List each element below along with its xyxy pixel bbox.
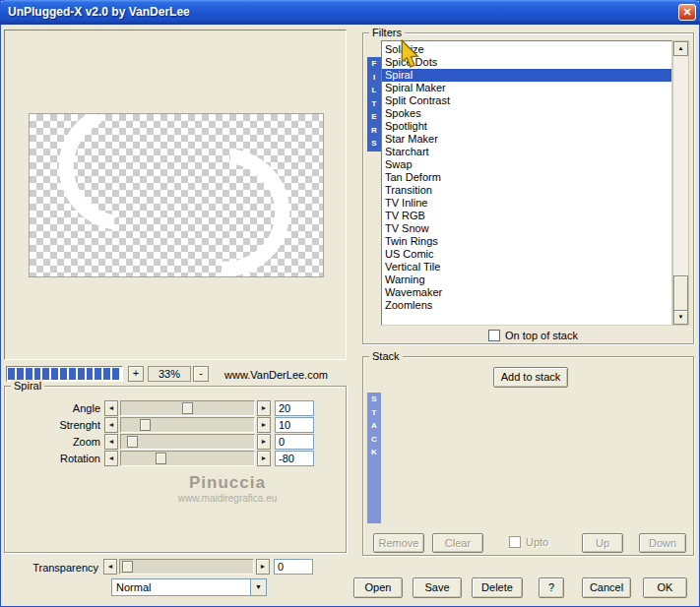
filter-list[interactable]: SolarizeSpice DotsSpiralSpiral MakerSpli… bbox=[381, 40, 672, 326]
filter-list-item[interactable]: Spokes bbox=[382, 107, 671, 120]
spiral-preview-shapes bbox=[30, 114, 323, 276]
save-button[interactable]: Save bbox=[413, 577, 462, 598]
slider-row: Rotation◄► bbox=[5, 451, 346, 466]
open-button[interactable]: Open bbox=[353, 577, 403, 598]
progress-segment bbox=[51, 368, 58, 380]
zoom-level: 33% bbox=[148, 366, 191, 382]
scrollbar-thumb[interactable] bbox=[673, 275, 688, 311]
zoom-out-button[interactable]: - bbox=[193, 366, 209, 382]
add-to-stack-button[interactable]: Add to stack bbox=[493, 367, 568, 388]
filter-list-item[interactable]: Zoomlens bbox=[382, 299, 671, 312]
transparency-track[interactable] bbox=[119, 559, 254, 575]
slider-label: Rotation bbox=[5, 453, 100, 464]
slider-label: Strenght bbox=[5, 419, 100, 431]
filter-list-scrollbar[interactable]: ▲ ▼ bbox=[672, 40, 689, 326]
slider-value-input[interactable] bbox=[275, 434, 314, 450]
dialog-window: UnPlugged-X v2.0 by VanDerLee ✕ + 33% - … bbox=[0, 0, 700, 607]
spiral-group: Spiral Angle◄►Strenght◄►Zoom◄►Rotation◄►… bbox=[4, 386, 347, 553]
filter-list-item[interactable]: TV Inline bbox=[382, 197, 671, 210]
clear-button[interactable]: Clear bbox=[432, 533, 483, 553]
up-button[interactable]: Up bbox=[582, 533, 623, 553]
transparency-thumb[interactable] bbox=[122, 561, 133, 573]
filter-list-item[interactable]: Spiral Maker bbox=[382, 82, 671, 94]
slider-track[interactable] bbox=[120, 400, 255, 416]
slider-label: Zoom bbox=[5, 436, 100, 448]
vendor-website-label[interactable]: www.VanDerLee.com bbox=[224, 369, 328, 381]
scroll-up-icon[interactable]: ▲ bbox=[673, 41, 688, 56]
stack-vertical-tab: STACK bbox=[367, 393, 381, 523]
zoom-in-button[interactable]: + bbox=[128, 366, 144, 382]
cancel-button[interactable]: Cancel bbox=[582, 577, 631, 598]
scroll-down-icon[interactable]: ▼ bbox=[673, 310, 688, 325]
progress-segment bbox=[95, 368, 101, 380]
filter-list-item[interactable]: Transition bbox=[382, 184, 671, 197]
slider-left-arrow[interactable]: ◄ bbox=[104, 434, 118, 450]
filter-list-item[interactable]: Spiral bbox=[382, 69, 671, 82]
slider-right-arrow[interactable]: ► bbox=[257, 400, 271, 416]
slider-value-input[interactable] bbox=[275, 451, 314, 466]
filter-list-item[interactable]: Tan Deform bbox=[382, 171, 671, 184]
slider-right-arrow[interactable]: ► bbox=[257, 434, 271, 450]
slider-track[interactable] bbox=[120, 417, 255, 433]
delete-button[interactable]: Delete bbox=[472, 577, 523, 598]
filter-list-item[interactable]: Swap bbox=[382, 158, 671, 171]
progress-segment bbox=[8, 368, 15, 380]
slider-thumb[interactable] bbox=[182, 402, 193, 414]
slider-left-arrow[interactable]: ◄ bbox=[104, 417, 118, 433]
progress-segment bbox=[17, 368, 24, 380]
slider-right-arrow[interactable]: ► bbox=[257, 451, 271, 466]
filter-list-item[interactable]: Twin Rings bbox=[382, 235, 671, 248]
progress-segment bbox=[34, 368, 41, 380]
watermark-url: www.maidiregrafica.eu bbox=[99, 493, 355, 504]
slider-thumb[interactable] bbox=[140, 419, 151, 431]
slider-value-input[interactable] bbox=[275, 400, 314, 416]
upto-label: Upto bbox=[526, 536, 548, 548]
checkbox-icon[interactable] bbox=[488, 330, 500, 341]
ok-button[interactable]: OK bbox=[643, 577, 687, 598]
slider-label: Angle bbox=[5, 402, 100, 414]
combo-dropdown-button[interactable]: ▼ bbox=[250, 579, 266, 595]
down-button[interactable]: Down bbox=[639, 533, 686, 553]
filter-list-item[interactable]: Vertical Tile bbox=[382, 261, 671, 273]
filter-list-item[interactable]: Split Contrast bbox=[382, 94, 671, 107]
filter-list-item[interactable]: TV RGB bbox=[382, 210, 671, 222]
transparency-left-arrow[interactable]: ◄ bbox=[103, 559, 117, 575]
progress-segment bbox=[42, 368, 49, 380]
filter-list-item[interactable]: Spotlight bbox=[382, 120, 671, 133]
close-button[interactable]: ✕ bbox=[678, 4, 696, 21]
slider-value-input[interactable] bbox=[275, 417, 314, 433]
transparency-right-arrow[interactable]: ► bbox=[256, 559, 270, 575]
filter-list-item[interactable]: Solarize bbox=[382, 43, 671, 56]
filter-list-item[interactable]: Wavemaker bbox=[382, 286, 671, 299]
on-top-of-stack-label: On top of stack bbox=[505, 330, 578, 341]
filter-list-item[interactable]: Warning bbox=[382, 273, 671, 286]
checkbox-icon[interactable] bbox=[509, 536, 521, 548]
filter-list-item[interactable]: Spice Dots bbox=[382, 56, 671, 69]
slider-left-arrow[interactable]: ◄ bbox=[104, 451, 118, 466]
slider-left-arrow[interactable]: ◄ bbox=[104, 400, 118, 416]
stack-group: Stack Add to stack STACK Remove Clear Up… bbox=[362, 356, 694, 556]
slider-row: Strenght◄► bbox=[5, 417, 346, 433]
help-button[interactable]: ? bbox=[539, 577, 564, 598]
blend-mode-combobox[interactable]: Normal ▼ bbox=[111, 578, 267, 596]
slider-thumb[interactable] bbox=[127, 436, 138, 448]
preview-panel[interactable] bbox=[4, 30, 347, 360]
slider-thumb[interactable] bbox=[156, 453, 166, 464]
window-title: UnPlugged-X v2.0 by VanDerLee bbox=[8, 0, 190, 25]
chevron-down-icon: ▼ bbox=[255, 583, 262, 590]
slider-track[interactable] bbox=[120, 451, 255, 466]
on-top-of-stack-checkbox[interactable]: On top of stack bbox=[488, 330, 578, 341]
filter-list-item[interactable]: US Comic bbox=[382, 248, 671, 261]
remove-button[interactable]: Remove bbox=[373, 533, 424, 553]
upto-checkbox[interactable]: Upto bbox=[509, 536, 548, 548]
close-icon: ✕ bbox=[682, 6, 691, 18]
transparency-label: Transparency bbox=[2, 562, 98, 574]
title-bar[interactable]: UnPlugged-X v2.0 by VanDerLee ✕ bbox=[0, 0, 700, 25]
filter-list-item[interactable]: Star Maker bbox=[382, 133, 671, 146]
slider-track[interactable] bbox=[120, 434, 255, 450]
filter-list-item[interactable]: Starchart bbox=[382, 146, 671, 158]
transparency-value-input[interactable] bbox=[274, 559, 313, 575]
slider-right-arrow[interactable]: ► bbox=[257, 417, 271, 433]
filter-list-item[interactable]: TV Snow bbox=[382, 222, 671, 235]
slider-row: Zoom◄► bbox=[5, 434, 346, 450]
